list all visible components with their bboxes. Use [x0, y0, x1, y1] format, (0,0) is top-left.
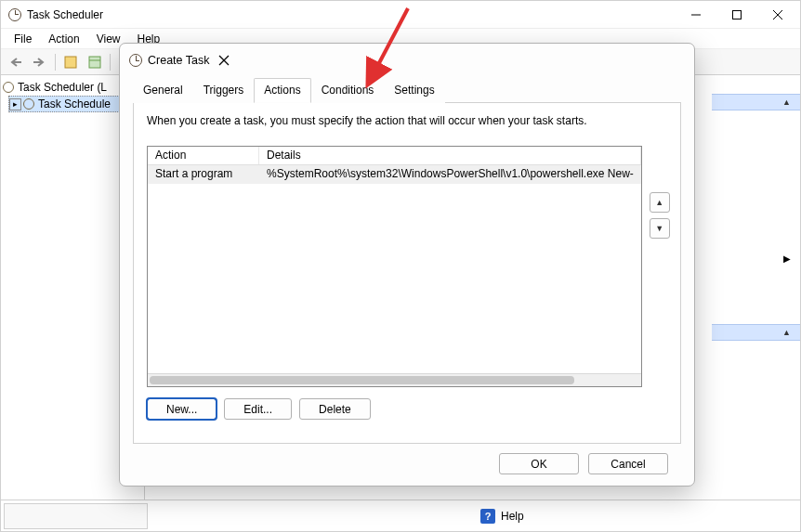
expand-right-icon: ▶	[783, 253, 791, 264]
new-button[interactable]: New...	[147, 398, 217, 420]
reorder-buttons: ▲ ▼	[650, 146, 670, 387]
close-button[interactable]	[757, 2, 798, 28]
nav-back-button[interactable]	[5, 52, 27, 72]
delete-button[interactable]: Delete	[299, 398, 371, 420]
statusbar: ? Help	[1, 500, 800, 531]
list-scrollbar-horizontal[interactable]	[148, 373, 641, 386]
tree-root-label: Task Scheduler (L	[18, 81, 107, 94]
maximize-button[interactable]	[716, 2, 757, 28]
expand-icon[interactable]: ▸	[9, 98, 21, 110]
window-title: Task Scheduler	[27, 8, 103, 21]
collapse-up-icon: ▲	[782, 97, 791, 107]
clock-icon	[23, 98, 34, 110]
dialog-titlebar: Create Task	[120, 44, 694, 77]
create-task-dialog: Create Task General Triggers Actions Con…	[119, 43, 695, 487]
list-row[interactable]: Start a program %SystemRoot%\system32\Wi…	[148, 165, 641, 184]
actions-listview[interactable]: Action Details Start a program %SystemRo…	[147, 146, 642, 387]
move-down-button[interactable]: ▼	[650, 218, 670, 239]
move-up-button[interactable]: ▲	[650, 192, 670, 213]
clock-icon	[8, 8, 21, 21]
col-action[interactable]: Action	[148, 147, 259, 164]
actions-list-area: Action Details Start a program %SystemRo…	[147, 146, 667, 387]
status-right: ? Help	[151, 509, 800, 524]
svg-rect-1	[733, 10, 742, 19]
dialog-title: Create Task	[148, 54, 209, 67]
tabstrip: General Triggers Actions Conditions Sett…	[133, 77, 681, 103]
tab-actions[interactable]: Actions	[254, 78, 310, 103]
tab-general[interactable]: General	[133, 78, 193, 103]
cell-details: %SystemRoot%\system32\WindowsPowerShell\…	[259, 165, 641, 184]
minimize-button[interactable]	[676, 2, 716, 28]
dialog-body: General Triggers Actions Conditions Sett…	[120, 77, 694, 486]
titlebar: Task Scheduler	[1, 1, 800, 29]
tree-child-label: Task Schedule	[38, 97, 111, 110]
panel-description: When you create a task, you must specify…	[147, 114, 667, 127]
status-help-label[interactable]: Help	[501, 510, 524, 523]
toolbar-separator-2	[110, 54, 111, 71]
tab-triggers[interactable]: Triggers	[193, 78, 255, 103]
collapse-up-icon: ▲	[782, 328, 791, 337]
cell-action: Start a program	[148, 165, 259, 184]
window-controls	[676, 2, 798, 28]
toolbar-icon-2[interactable]	[84, 52, 106, 72]
list-header: Action Details	[148, 147, 641, 165]
svg-rect-5	[89, 57, 100, 68]
col-details[interactable]: Details	[259, 147, 641, 164]
pane-header-2[interactable]: ▲	[712, 324, 800, 341]
toolbar-icon-1[interactable]	[59, 52, 82, 72]
edit-button[interactable]: Edit...	[224, 398, 292, 420]
action-buttons-row: New... Edit... Delete	[147, 398, 667, 420]
help-icon: ?	[480, 509, 495, 524]
tab-conditions[interactable]: Conditions	[311, 78, 385, 103]
clock-icon	[129, 54, 142, 67]
menu-action[interactable]: Action	[41, 31, 86, 47]
status-left-pane	[4, 503, 148, 529]
dialog-close-button[interactable]	[209, 47, 239, 73]
app-window: Task Scheduler File Action View Help	[0, 0, 801, 532]
pane-expand[interactable]: ▶	[712, 252, 800, 265]
nav-forward-button[interactable]	[29, 52, 51, 72]
svg-rect-4	[65, 57, 76, 68]
toolbar-separator	[55, 54, 56, 71]
dialog-footer: OK Cancel	[133, 444, 681, 474]
tab-settings[interactable]: Settings	[384, 78, 444, 103]
menu-file[interactable]: File	[7, 31, 39, 47]
ok-button[interactable]: OK	[499, 453, 579, 474]
cancel-button[interactable]: Cancel	[588, 453, 668, 474]
actions-panel: When you create a task, you must specify…	[133, 103, 681, 444]
clock-icon	[3, 82, 14, 93]
scrollbar-thumb[interactable]	[150, 376, 574, 384]
pane-header-1[interactable]: ▲	[712, 94, 800, 110]
